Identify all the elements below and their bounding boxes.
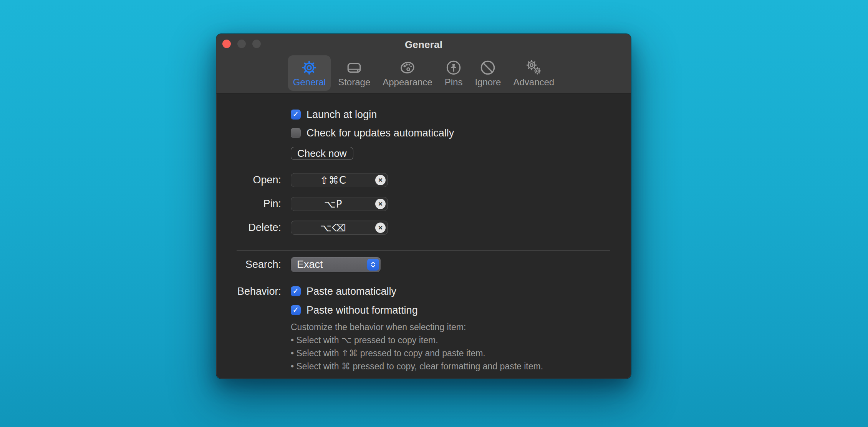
- hotkey-delete-row: Delete: ⌥⌫ ✕: [216, 221, 631, 235]
- paste-automatically-label: Paste automatically: [306, 286, 396, 297]
- toolbar-tabs: General Storage: [216, 55, 631, 91]
- window-header: General General: [216, 34, 631, 93]
- search-row: Search: Exact: [216, 257, 631, 272]
- delete-shortcut-value: ⌥⌫: [291, 222, 375, 234]
- pin-shortcut-field[interactable]: ⌥P ✕: [291, 197, 388, 211]
- close-button[interactable]: [222, 40, 231, 48]
- minimize-button[interactable]: [237, 40, 246, 48]
- separator: [237, 250, 610, 251]
- tab-appearance[interactable]: Appearance: [378, 55, 437, 91]
- check-icon: ✓: [293, 287, 299, 295]
- paste-automatically-row: Behavior: ✓ Paste automatically: [216, 285, 631, 298]
- delete-shortcut-field[interactable]: ⌥⌫ ✕: [291, 221, 388, 235]
- gear-icon: [301, 60, 317, 76]
- launch-at-login-checkbox[interactable]: ✓: [291, 110, 301, 120]
- check-now-button[interactable]: Check now: [291, 147, 353, 160]
- hotkey-pin-row: Pin: ⌥P ✕: [216, 197, 631, 211]
- behavior-help-text: Customize the behavior when selecting it…: [291, 321, 543, 373]
- paste-without-formatting-checkbox[interactable]: ✓: [291, 305, 301, 315]
- desktop: General General: [0, 0, 868, 427]
- paste-without-formatting-row: ✓ Paste without formatting: [216, 304, 631, 317]
- traffic-lights: [222, 40, 261, 48]
- help-line: Customize the behavior when selecting it…: [291, 321, 543, 334]
- check-icon: ✓: [293, 306, 299, 314]
- check-now-row: Check now: [216, 147, 631, 160]
- clear-shortcut-button[interactable]: ✕: [375, 175, 386, 185]
- paste-without-formatting-label: Paste without formatting: [306, 304, 418, 316]
- tab-label: Pins: [445, 78, 463, 87]
- open-shortcut-field[interactable]: ⇧⌘C ✕: [291, 173, 388, 187]
- delete-label: Delete:: [216, 222, 281, 234]
- tab-label: Ignore: [475, 78, 501, 87]
- tab-ignore[interactable]: Ignore: [470, 55, 506, 91]
- pin-circle-icon: [446, 60, 462, 76]
- tab-pins[interactable]: Pins: [440, 55, 468, 91]
- behavior-label: Behavior:: [216, 286, 281, 297]
- launch-at-login-label: Launch at login: [306, 109, 377, 121]
- separator: [237, 165, 610, 165]
- check-icon: ✓: [293, 110, 299, 118]
- help-line: • Select with ⌥ pressed to copy item.: [291, 334, 543, 347]
- open-label: Open:: [216, 174, 281, 186]
- check-updates-row: Check for updates automatically: [216, 126, 631, 140]
- hotkey-open-row: Open: ⇧⌘C ✕: [216, 173, 631, 187]
- popup-chevrons-icon: [367, 259, 379, 271]
- pin-shortcut-value: ⌥P: [291, 198, 375, 210]
- window-title: General: [405, 39, 442, 51]
- tab-label: Appearance: [383, 78, 432, 87]
- settings-window: General General: [216, 34, 631, 379]
- paint-palette-icon: [399, 60, 416, 76]
- clear-shortcut-button[interactable]: ✕: [375, 199, 386, 209]
- paste-automatically-checkbox[interactable]: ✓: [291, 286, 301, 296]
- tab-label: General: [293, 78, 326, 87]
- clear-shortcut-button[interactable]: ✕: [375, 223, 386, 233]
- search-mode-value: Exact: [291, 259, 323, 271]
- tab-storage[interactable]: Storage: [333, 55, 375, 91]
- check-updates-checkbox[interactable]: [291, 128, 301, 138]
- no-sign-icon: [480, 60, 496, 76]
- check-updates-label: Check for updates automatically: [306, 127, 454, 139]
- tab-general[interactable]: General: [288, 55, 331, 91]
- help-line: • Select with ⇧⌘ pressed to copy and pas…: [291, 347, 543, 360]
- double-gear-icon: [526, 60, 542, 76]
- tab-label: Storage: [338, 78, 370, 87]
- help-line: • Select with ⌘ pressed to copy, clear f…: [291, 360, 543, 373]
- zoom-button[interactable]: [252, 40, 261, 48]
- internal-drive-icon: [346, 60, 362, 76]
- pin-label: Pin:: [216, 198, 281, 210]
- tab-advanced[interactable]: Advanced: [508, 55, 559, 91]
- open-shortcut-value: ⇧⌘C: [291, 174, 375, 186]
- tab-label: Advanced: [513, 78, 554, 87]
- titlebar: General: [216, 34, 631, 55]
- search-label: Search:: [216, 259, 281, 271]
- search-mode-popup[interactable]: Exact: [291, 257, 381, 272]
- launch-at-login-row: ✓ Launch at login: [216, 108, 631, 121]
